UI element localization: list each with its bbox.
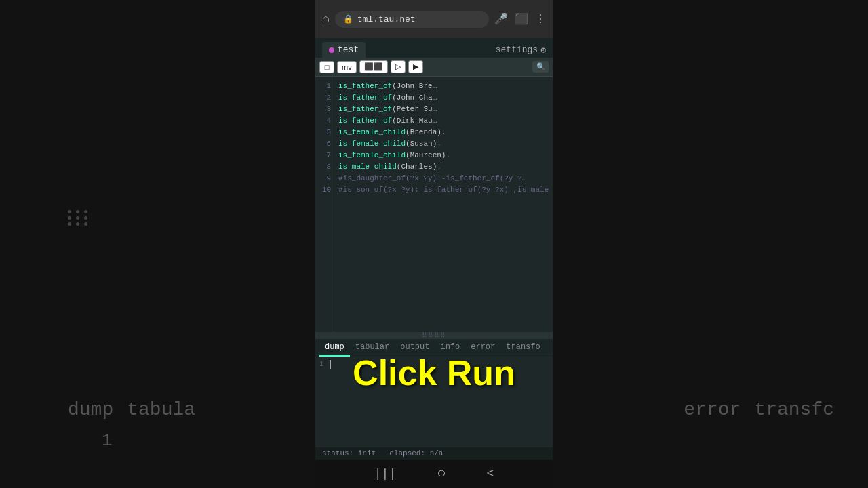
bg-tab-dump: dump bbox=[68, 399, 113, 420]
mic-icon[interactable]: 🎤 bbox=[494, 12, 508, 26]
elapsed-label: elapsed: n/a bbox=[389, 449, 443, 458]
line-num-1: 1 bbox=[321, 81, 331, 92]
nav-bar: ||| ○ < bbox=[315, 460, 553, 488]
tab-dot bbox=[329, 47, 334, 53]
address-bar[interactable]: 🔒 tml.tau.net bbox=[335, 11, 489, 28]
home-button[interactable]: ⌂ bbox=[322, 12, 330, 26]
url-text: tml.tau.net bbox=[357, 14, 416, 24]
tab-tabular[interactable]: tabular bbox=[350, 339, 395, 357]
tab-label: test bbox=[338, 45, 359, 55]
toolbar-btn-run-step[interactable]: ▷ bbox=[391, 60, 406, 73]
browser-panel: ⌂ 🔒 tml.tau.net 🎤 ⬛ ⋮ test settings ⚙ □ bbox=[315, 0, 553, 488]
tab-error[interactable]: error bbox=[465, 339, 500, 357]
status-label: status: init bbox=[322, 449, 376, 458]
browser-icons: 🎤 ⬛ ⋮ bbox=[494, 12, 546, 26]
line-num-6: 6 bbox=[321, 138, 331, 150]
settings-label: settings bbox=[496, 45, 538, 55]
output-panel: dump tabular output info error transfo 1 bbox=[315, 339, 553, 447]
code-editor[interactable]: 1 2 3 4 5 6 7 8 9 10 is_father_of(John B… bbox=[315, 77, 553, 332]
lock-icon: 🔒 bbox=[343, 14, 353, 24]
code-lines: is_father_of(John Bre… is_father_of(John… bbox=[334, 77, 553, 332]
elapsed-value: n/a bbox=[430, 449, 443, 458]
output-cursor bbox=[330, 360, 331, 369]
line-num-7: 7 bbox=[321, 150, 331, 161]
toolbar-search-btn[interactable]: 🔍 bbox=[532, 61, 549, 73]
nav-menu-icon[interactable]: ||| bbox=[374, 467, 396, 481]
line-num-10: 10 bbox=[321, 184, 331, 196]
tab-bar: test settings ⚙ bbox=[315, 38, 553, 58]
code-line-6: is_female_child(Susan). bbox=[338, 138, 549, 150]
code-line-7: is_female_child(Maureen). bbox=[338, 150, 549, 161]
line-numbers: 1 2 3 4 5 6 7 8 9 10 bbox=[315, 77, 334, 332]
code-line-10: #is_son_of(?x ?y):-is_father_of(?y ?x) ,… bbox=[338, 184, 549, 196]
code-line-5: is_female_child(Brenda). bbox=[338, 127, 549, 138]
bg-tabs-right: error transfc bbox=[684, 399, 834, 420]
nav-home-icon[interactable]: ○ bbox=[437, 466, 446, 483]
line-num-4: 4 bbox=[321, 115, 331, 127]
bg-tab-transfc: transfc bbox=[754, 399, 834, 420]
bg-tabs-left: dump tabula bbox=[68, 399, 195, 420]
drag-handle[interactable]: ⠿⠿⠿⠿ bbox=[315, 332, 553, 339]
cast-icon[interactable]: ⬛ bbox=[515, 12, 528, 26]
tab-output[interactable]: output bbox=[395, 339, 435, 357]
line-num-3: 3 bbox=[321, 104, 331, 115]
output-line-num: 1 bbox=[319, 360, 324, 445]
toolbar-btn-1[interactable]: □ bbox=[319, 61, 334, 73]
line-num-8: 8 bbox=[321, 161, 331, 173]
line-num-5: 5 bbox=[321, 127, 331, 138]
output-tabs: dump tabular output info error transfo bbox=[315, 339, 553, 357]
settings-button[interactable]: settings ⚙ bbox=[496, 45, 546, 56]
code-line-8: is_male_child(Charles). bbox=[338, 161, 549, 173]
app-content: test settings ⚙ □ mv ⬛⬛ ▷ ▶ 🔍 1 2 3 4 5 bbox=[315, 38, 553, 488]
toolbar: □ mv ⬛⬛ ▷ ▶ 🔍 bbox=[315, 58, 553, 77]
code-line-3: is_father_of(Peter Su… bbox=[338, 104, 549, 115]
code-line-9: #is_daughter_of(?x ?y):-is_father_of(?y … bbox=[338, 173, 549, 184]
status-bar: status: init elapsed: n/a bbox=[315, 447, 553, 460]
toolbar-btn-step[interactable]: ⬛⬛ bbox=[359, 60, 388, 73]
active-tab[interactable]: test bbox=[322, 42, 366, 58]
status-value: init bbox=[358, 449, 376, 458]
nav-back-icon[interactable]: < bbox=[486, 467, 494, 481]
line-num-2: 2 bbox=[321, 92, 331, 104]
tab-transfo[interactable]: transfo bbox=[500, 339, 545, 357]
bg-row-number: 1 bbox=[102, 430, 113, 451]
output-content: 1 bbox=[315, 357, 553, 447]
code-line-1: is_father_of(John Bre… bbox=[338, 81, 549, 92]
toolbar-btn-run[interactable]: ▶ bbox=[408, 60, 423, 73]
gear-icon: ⚙ bbox=[540, 45, 546, 56]
tab-dump[interactable]: dump bbox=[319, 339, 350, 357]
code-line-2: is_father_of(John Cha… bbox=[338, 92, 549, 104]
more-icon[interactable]: ⋮ bbox=[535, 12, 546, 26]
code-line-4: is_father_of(Dirk Mau… bbox=[338, 115, 549, 127]
bg-tab-error: error bbox=[684, 399, 741, 420]
bg-tab-tabular: tabula bbox=[127, 399, 195, 420]
toolbar-btn-mv[interactable]: mv bbox=[337, 61, 357, 73]
tab-info[interactable]: info bbox=[435, 339, 465, 357]
line-num-9: 9 bbox=[321, 173, 331, 184]
left-dots bbox=[68, 210, 90, 226]
browser-chrome: ⌂ 🔒 tml.tau.net 🎤 ⬛ ⋮ bbox=[315, 0, 553, 38]
